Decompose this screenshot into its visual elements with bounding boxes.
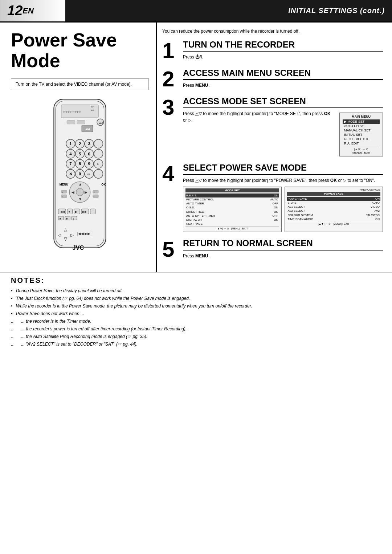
svg-text:▶: ▶ xyxy=(85,191,87,195)
svg-point-41 xyxy=(94,170,103,179)
menu-item-recctl: REC LEVEL CTL xyxy=(343,137,380,141)
note-5: ... the recorder is in the Timer mode. xyxy=(11,318,381,325)
step-2-desc: Press MENU . xyxy=(183,82,383,89)
svg-text:4: 4 xyxy=(69,152,72,156)
step-4-title: SELECT POWER SAVE MODE xyxy=(183,163,383,175)
step-3-content: ACCESS MODE SET SCREEN Press △▽ to move … xyxy=(183,97,383,156)
mode-row-directrec: DIRECT RECON xyxy=(185,210,279,214)
step-3-title: ACCESS MODE SET SCREEN xyxy=(183,97,383,108)
page-header: 12EN INITIAL SETTINGS (cont.) xyxy=(0,0,392,23)
left-mode-title: MODE SET xyxy=(185,188,279,192)
mode-row-av1: AV1 SELECTVIDEO xyxy=(287,205,381,209)
svg-text:0: 0 xyxy=(79,172,81,176)
svg-rect-7 xyxy=(77,121,85,124)
svg-text:□□□□□□□□□□: □□□□□□□□□□ xyxy=(63,110,81,114)
page-number: 12EN xyxy=(0,0,65,21)
step-5-title: RETURN TO NORMAL SCREEN xyxy=(183,239,383,250)
svg-text:◀: ◀ xyxy=(72,191,74,195)
svg-rect-6 xyxy=(67,121,75,124)
svg-text:▷: ▷ xyxy=(70,233,74,238)
note-6: ... the recorder's power is turned off a… xyxy=(11,326,381,332)
left-mode-box: MODE SET B.E.S.T.ON PICTURE CONTROLAUTO … xyxy=(183,187,282,232)
svg-text:▶▶|: ▶▶| xyxy=(85,232,91,236)
chapter-title: INITIAL SETTINGS (cont.) xyxy=(65,0,392,21)
step-2-title: ACCESS MAIN MENU SCREEN xyxy=(183,68,383,80)
menu-item-autoch: AUTO CH SET xyxy=(343,124,380,128)
notes-list: During Power Save, the display panel wil… xyxy=(11,288,381,347)
mode-row-svhs: S-VHSAUTO xyxy=(287,201,381,205)
menu-item-raedit: R.A. EDIT xyxy=(343,141,380,146)
mode-row-timescan: TIME SCAN AUDIOON xyxy=(287,217,381,221)
note-2: The Just Clock function (☞ pg. 64) does … xyxy=(11,295,381,302)
menu-item-manualch: MANUAL CH SET xyxy=(343,128,380,133)
mode-row-digital3r: DIGITAL 3RON xyxy=(185,218,279,222)
svg-text:◁: ◁ xyxy=(58,233,61,238)
svg-text:◀◀: ◀◀ xyxy=(60,211,65,214)
mode-row-powersave: POWER SAVEON xyxy=(287,197,381,201)
note-1: During Power Save, the display panel wil… xyxy=(11,288,381,294)
step-1-number: 1 xyxy=(162,40,179,62)
mode-row-autotimer: AUTO TIMEROFF xyxy=(185,201,279,205)
svg-text:+: + xyxy=(62,191,64,193)
svg-text:9: 9 xyxy=(88,162,90,166)
step-1-content: TURN ON THE RECORDER Press ⏻/I. xyxy=(183,40,383,60)
right-column: You can reduce the power consumption whi… xyxy=(156,23,392,272)
intro-text: You can reduce the power consumption whi… xyxy=(162,28,383,34)
menu-item-initial: INITIAL SET xyxy=(343,133,380,137)
svg-text:|◀◀: |◀◀ xyxy=(77,232,84,236)
step-2-content: ACCESS MAIN MENU SCREEN Press MENU . xyxy=(183,68,383,89)
mode-row-picctrl: PICTURE CONTROLAUTO xyxy=(185,197,279,201)
note-3: While the recorder is in the Power Save … xyxy=(11,303,381,309)
svg-text:▶: ▶ xyxy=(75,211,78,214)
note-7: ... the Auto Satellite Prog Recording mo… xyxy=(11,333,381,340)
svg-text:-: - xyxy=(62,195,63,198)
svg-text:■: ■ xyxy=(66,217,68,220)
mode-row-autosplp: AUTO SP→LP TIMEROFF xyxy=(185,214,279,218)
step-3-desc: Press △▽ to move the highlight bar (poin… xyxy=(183,110,335,123)
svg-text:✕: ✕ xyxy=(69,172,72,176)
notes-title: NOTES: xyxy=(11,276,381,285)
svg-point-45 xyxy=(76,188,83,196)
step-5-number: 5 xyxy=(162,239,179,260)
svg-text:6: 6 xyxy=(88,152,90,156)
svg-text:F: F xyxy=(97,163,99,166)
svg-text:OK: OK xyxy=(101,183,106,186)
svg-text:+: + xyxy=(94,191,95,193)
svg-text:⏻/I: ⏻/I xyxy=(99,122,103,125)
step-5: 5 RETURN TO NORMAL SCREEN Press MENU . xyxy=(162,239,383,260)
menu-item-modeset: ▶ MODE SET xyxy=(343,119,380,124)
svg-text:△: △ xyxy=(64,227,68,232)
svg-text:●: ● xyxy=(68,211,70,214)
menu-footer: [▲▼] → ⊙[MENU] : EXIT xyxy=(343,147,380,154)
mode-set-screens: MODE SET B.E.S.T.ON PICTURE CONTROLAUTO … xyxy=(183,187,383,232)
step-1-desc: Press ⏻/I. xyxy=(183,54,383,60)
step-4: 4 SELECT POWER SAVE MODE Press △▽ to mov… xyxy=(162,163,383,232)
step-3-menu: MAIN MENU ▶ MODE SET AUTO CH SET MANUAL … xyxy=(339,113,383,156)
prev-page-label: PREVIOUS PAGE xyxy=(287,188,381,191)
menu-title: MAIN MENU xyxy=(343,115,380,118)
note-4: Power Save does not work when ... xyxy=(11,310,381,317)
svg-text:1: 1 xyxy=(69,142,72,146)
page-title: Power Save Mode xyxy=(11,30,149,71)
step-4-content: SELECT POWER SAVE MODE Press △▽ to move … xyxy=(183,163,383,232)
mode-row-colour: COLOUR SYSTEMPAL/NTSC xyxy=(287,213,381,217)
step-2-number: 2 xyxy=(162,68,179,90)
svg-text:EP: EP xyxy=(91,109,94,111)
svg-text:///: /// xyxy=(87,172,90,176)
svg-text:-: - xyxy=(94,195,94,198)
step-3: 3 ACCESS MODE SET SCREEN Press △▽ to mov… xyxy=(162,97,383,156)
notes-section: NOTES: During Power Save, the display pa… xyxy=(0,272,392,356)
right-mode-title: POWER SAVE xyxy=(287,192,381,196)
svg-text:■: ■ xyxy=(60,217,61,220)
mode-row-osd: O.S.D.ON xyxy=(185,205,279,209)
remote-svg: □□□□□□□□□□ SP EP ⏻/I ◀◀ 1 2 3 xyxy=(33,97,127,253)
svg-point-26 xyxy=(94,150,103,159)
svg-point-18 xyxy=(94,139,103,148)
svg-text:▶▶: ▶▶ xyxy=(82,211,87,214)
right-mode-box: PREVIOUS PAGE POWER SAVE POWER SAVEON S-… xyxy=(285,187,383,232)
svg-text:JVC: JVC xyxy=(73,244,84,251)
step-1-title: TURN ON THE RECORDER xyxy=(183,40,383,52)
svg-text:◀◀: ◀◀ xyxy=(85,127,90,131)
svg-text:▲: ▲ xyxy=(78,182,82,186)
step-2: 2 ACCESS MAIN MENU SCREEN Press MENU . xyxy=(162,68,383,90)
